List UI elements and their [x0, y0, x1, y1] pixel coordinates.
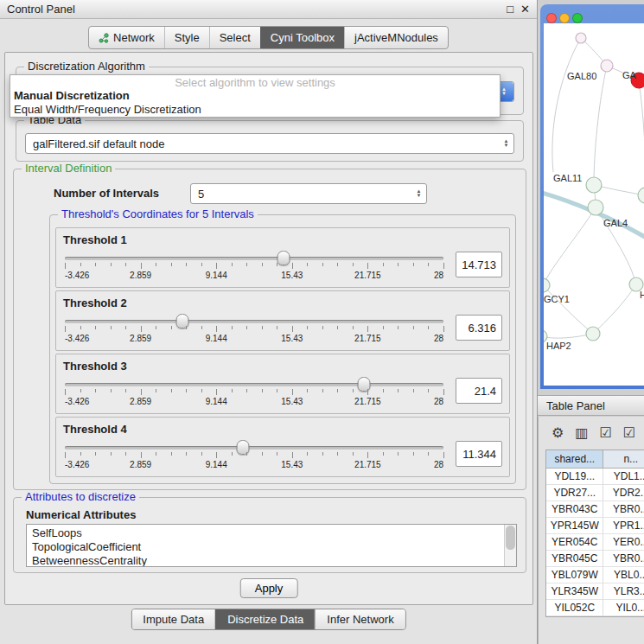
tick-mark — [141, 452, 142, 458]
threshold-value-field[interactable]: 11.344 — [456, 441, 502, 467]
numerical-attributes-list[interactable]: SelfLoopsTopologicalCoefficientBetweenne… — [26, 524, 517, 567]
apply-button[interactable]: Apply — [240, 578, 298, 598]
minimize-icon[interactable]: □ — [507, 3, 513, 16]
table-row[interactable]: YER054CYER0... — [546, 534, 644, 551]
threshold-row: -3.4262.8599.14415.4321.7152821.4 — [63, 374, 502, 407]
slider-area: -3.4262.8599.14415.4321.71528 — [63, 248, 445, 281]
slider-track[interactable] — [65, 383, 443, 386]
table-row[interactable]: YDL19...YDL1... — [546, 469, 644, 485]
slider-scale: -3.4262.8599.14415.4321.71528 — [65, 334, 443, 344]
threshold-label: Threshold 2 — [63, 296, 502, 309]
tick-mark — [337, 452, 338, 456]
slider-track[interactable] — [65, 446, 443, 450]
tab-cyni-toolbox[interactable]: Cyni Toolbox — [260, 27, 344, 48]
tick-mark — [141, 326, 142, 332]
threshold-value-field[interactable]: 14.713 — [456, 252, 502, 277]
tick-mark — [156, 263, 156, 266]
gear-icon[interactable]: ⚙ — [552, 426, 564, 440]
table-row[interactable]: YPR145WYPR1... — [546, 518, 644, 534]
columns-icon[interactable]: ▥ — [575, 426, 588, 440]
network-edge[interactable] — [639, 80, 644, 195]
dropdown-arrows-icon: ▲▼ — [499, 134, 513, 153]
network-node[interactable] — [588, 200, 603, 215]
network-node[interactable] — [544, 278, 550, 292]
minimize-traffic-light-icon[interactable] — [559, 13, 570, 23]
table-cell: YDR2... — [603, 485, 644, 501]
threshold-value-field[interactable]: 6.316 — [456, 315, 502, 341]
slider-track[interactable] — [65, 320, 443, 323]
scale-label: 2.859 — [130, 334, 151, 343]
table-row[interactable]: YLR345WYLR3... — [546, 583, 644, 600]
column-header-0[interactable]: shared... — [546, 450, 603, 469]
slider-track[interactable] — [65, 257, 443, 260]
network-node[interactable] — [576, 33, 586, 43]
network-node[interactable] — [638, 188, 644, 203]
tick-mark — [277, 326, 277, 329]
tab-impute-data[interactable]: Impute Data — [131, 609, 215, 629]
tick-mark — [95, 389, 96, 392]
dropdown-option-manual-discretization[interactable]: Manual Discretization — [10, 89, 500, 103]
tick-mark — [322, 326, 323, 329]
tick-mark — [186, 389, 187, 392]
tick-mark — [216, 452, 217, 458]
network-node[interactable] — [586, 327, 600, 341]
scrollbar-thumb[interactable] — [506, 526, 515, 550]
list-item-topologicalcoefficient[interactable]: TopologicalCoefficient — [32, 540, 516, 554]
tick-mark — [398, 326, 399, 329]
list-item-selfloops[interactable]: SelfLoops — [32, 526, 516, 540]
table-row[interactable]: YBR043CYBR0... — [546, 501, 644, 518]
checkbox-icon-2[interactable]: ☑ — [623, 426, 635, 440]
tick-mark — [428, 452, 429, 456]
top-tabs: NetworkStyleSelectCyni ToolboxjActiveMNo… — [88, 26, 449, 49]
table-row[interactable]: YDR27...YDR2... — [546, 485, 644, 501]
zoom-traffic-light-icon[interactable] — [572, 13, 583, 23]
table-data-select[interactable]: galFiltered.sif default node ▲▼ — [25, 133, 514, 154]
scale-label: 21.715 — [354, 397, 381, 406]
number-of-intervals-select[interactable]: 5 ▲▼ — [190, 183, 427, 204]
scale-label: 28 — [434, 271, 443, 280]
checkbox-icon-1[interactable]: ☑ — [599, 426, 611, 440]
dropdown-option-equal-width-frequency-discretization[interactable]: Equal Width/Frequency Discretization — [10, 103, 500, 117]
scale-label: 15.43 — [281, 397, 303, 406]
threshold-box: Threshold 4-3.4262.8599.14415.4321.71528… — [55, 417, 510, 477]
network-edge[interactable] — [544, 285, 593, 334]
network-edge[interactable] — [552, 38, 581, 172]
table-cell: YDR27... — [546, 485, 603, 501]
table-row[interactable]: YBL079WYBL0... — [546, 567, 644, 583]
tab-network[interactable]: Network — [89, 27, 164, 48]
tab-style[interactable]: Style — [164, 27, 209, 48]
network-edge[interactable] — [593, 284, 636, 334]
threshold-value-field[interactable]: 21.4 — [456, 378, 502, 404]
algorithm-group-title: Discretization Algorithm — [24, 60, 149, 73]
table-row[interactable]: YIL052CYIL0... — [546, 600, 644, 616]
network-node[interactable] — [601, 60, 613, 72]
tab-jactivemnodules[interactable]: jActiveMNodules — [344, 27, 448, 48]
tab-discretize-data[interactable]: Discretize Data — [215, 609, 315, 629]
column-header-1[interactable]: n... — [603, 450, 644, 469]
table-cell: YBR0... — [603, 551, 644, 567]
tick-mark — [307, 452, 308, 456]
node-label: GAL11 — [553, 173, 582, 183]
scale-label: 2.859 — [130, 397, 151, 406]
network-edge[interactable] — [594, 66, 607, 185]
network-node[interactable] — [586, 177, 602, 193]
tab-infer-network[interactable]: Infer Network — [315, 609, 405, 629]
table-row[interactable]: YBR045CYBR0... — [546, 551, 644, 567]
network-edge[interactable] — [544, 207, 596, 285]
table-data-select-value: galFiltered.sif default node — [26, 137, 499, 150]
tick-mark — [398, 389, 399, 392]
table-cell: YBR043C — [546, 501, 603, 518]
algorithm-dropdown-menu: Select algorithm to view settings Manual… — [10, 74, 501, 118]
tick-mark — [413, 263, 414, 266]
tick-mark — [65, 263, 66, 269]
close-traffic-light-icon[interactable] — [546, 13, 557, 23]
tab-label: Cyni Toolbox — [271, 31, 335, 44]
tick-mark — [80, 389, 81, 392]
list-item-betweennesscentrality[interactable]: BetweennessCentrality — [32, 554, 516, 567]
close-icon[interactable]: ✕ — [520, 3, 530, 16]
window-title: Control Panel — [7, 3, 500, 16]
tab-select[interactable]: Select — [209, 27, 260, 48]
network-edge[interactable] — [544, 192, 644, 239]
network-canvas[interactable]: GAL80GAGAL11GAL4GCY1HHAP2 — [544, 23, 644, 386]
attributes-scrollbar[interactable] — [504, 525, 516, 566]
